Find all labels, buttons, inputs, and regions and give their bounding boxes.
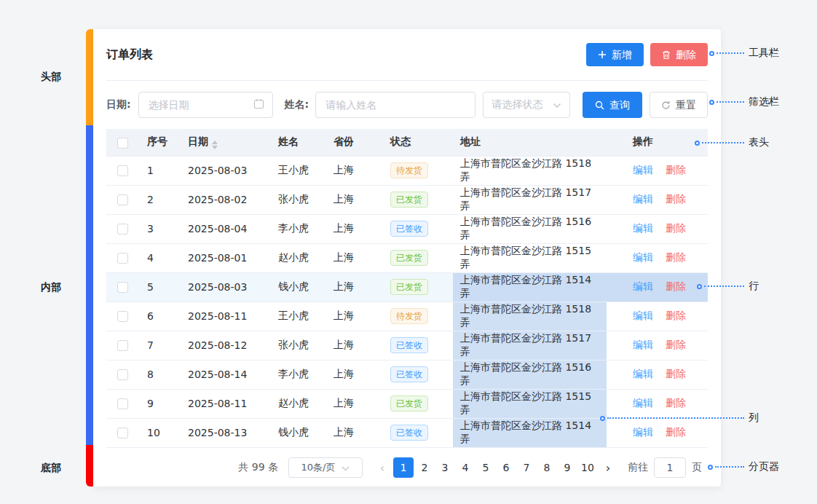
column-header-status: 状态 — [383, 129, 453, 156]
table-row[interactable]: 5 2025-08-03 钱小虎 上海 已发货 上海市普陀区金沙江路 1514 … — [106, 272, 708, 302]
reset-button[interactable]: 重置 — [650, 92, 708, 118]
page-number-button[interactable]: 4 — [456, 457, 475, 478]
cell-index: 2 — [140, 185, 181, 214]
annotation-leader-line — [702, 142, 744, 143]
delete-link[interactable]: 删除 — [666, 310, 686, 321]
delete-link[interactable]: 删除 — [666, 280, 686, 292]
date-picker[interactable] — [138, 92, 273, 118]
cell-index: 10 — [140, 418, 181, 447]
delete-link[interactable]: 删除 — [666, 368, 686, 379]
date-picker-input[interactable] — [147, 98, 249, 111]
row-checkbox[interactable] — [117, 398, 128, 409]
delete-link[interactable]: 删除 — [666, 397, 686, 409]
cell-index: 8 — [140, 360, 181, 389]
next-page-button[interactable]: › — [599, 457, 617, 478]
select-all-checkbox[interactable] — [117, 138, 128, 149]
delete-link[interactable]: 删除 — [666, 251, 686, 263]
row-checkbox[interactable] — [117, 311, 128, 322]
page-number-button[interactable]: 7 — [517, 457, 536, 478]
page-size-select[interactable]: 10条/页 — [288, 457, 363, 478]
table-row[interactable]: 7 2025-08-12 张小虎 上海 已签收 上海市普陀区金沙江路 1517 … — [106, 331, 708, 360]
table-row[interactable]: 8 2025-08-14 李小虎 上海 已签收 上海市普陀区金沙江路 1516 … — [106, 360, 708, 389]
edit-link[interactable]: 编辑 — [633, 397, 653, 409]
row-checkbox[interactable] — [117, 253, 128, 264]
table-row[interactable]: 1 2025-08-03 王小虎 上海 待发货 上海市普陀区金沙江路 1518 … — [106, 156, 708, 185]
annotation-leader-line — [607, 417, 744, 419]
annotation-dot-icon — [695, 141, 700, 146]
column-header-date[interactable]: 日期 — [181, 129, 271, 156]
section-label-body: 内部 — [41, 281, 61, 294]
pagination-goto: 前往 页 — [628, 457, 702, 478]
table-row[interactable]: 3 2025-08-04 李小虎 上海 已签收 上海市普陀区金沙江路 1516 … — [106, 214, 708, 243]
page-number-button[interactable]: 1 — [393, 457, 414, 478]
table-row[interactable]: 2 2025-08-02 张小虎 上海 已发货 上海市普陀区金沙江路 1517 … — [106, 185, 708, 214]
trash-icon — [662, 50, 671, 60]
add-button[interactable]: 新增 — [586, 43, 644, 66]
page-number-button[interactable]: 6 — [497, 457, 516, 478]
page-number-button[interactable]: 5 — [476, 457, 495, 478]
delete-link[interactable]: 删除 — [666, 222, 686, 234]
table-row[interactable]: 4 2025-08-01 赵小虎 上海 已发货 上海市普陀区金沙江路 1515 … — [106, 243, 708, 272]
delete-link[interactable]: 删除 — [666, 193, 686, 205]
page-number-button[interactable]: 8 — [537, 457, 556, 478]
edit-link[interactable]: 编辑 — [633, 222, 653, 234]
column-header-address: 地址 — [453, 129, 607, 156]
pagination-total: 共 99 条 — [238, 461, 278, 474]
edit-link[interactable]: 编辑 — [633, 339, 653, 350]
row-checkbox[interactable] — [117, 428, 128, 438]
add-button-label: 新增 — [612, 50, 632, 60]
annotation-label: 筛选栏 — [749, 95, 779, 109]
edit-link[interactable]: 编辑 — [633, 251, 653, 263]
cell-address: 上海市普陀区金沙江路 1517 弄 — [453, 331, 607, 360]
goto-page-input[interactable] — [654, 457, 686, 478]
cell-date: 2025-08-03 — [181, 272, 271, 302]
cell-ops: 编辑删除 — [607, 214, 708, 243]
edit-link[interactable]: 编辑 — [633, 280, 653, 292]
cell-address: 上海市普陀区金沙江路 1514 弄 — [453, 272, 607, 302]
table-row[interactable]: 6 2025-08-11 王小虎 上海 待发货 上海市普陀区金沙江路 1518 … — [106, 302, 708, 331]
page-number-button[interactable]: 2 — [415, 457, 434, 478]
name-field-input[interactable] — [324, 98, 467, 111]
search-button[interactable]: 查询 — [583, 92, 642, 118]
row-checkbox[interactable] — [117, 340, 128, 351]
sort-caret-icon[interactable] — [212, 141, 218, 149]
name-field[interactable] — [315, 92, 475, 118]
column-header-province: 省份 — [326, 129, 383, 156]
delete-link[interactable]: 删除 — [666, 164, 686, 176]
row-checkbox[interactable] — [117, 224, 128, 235]
edit-link[interactable]: 编辑 — [633, 426, 653, 438]
page-number-button[interactable]: 9 — [558, 457, 577, 478]
row-checkbox[interactable] — [117, 369, 128, 380]
cell-address: 上海市普陀区金沙江路 1514 弄 — [453, 418, 607, 447]
cell-province: 上海 — [326, 360, 383, 389]
calendar-icon — [253, 98, 264, 111]
edit-link[interactable]: 编辑 — [633, 310, 653, 321]
annotation-toolbar: 工具栏 — [709, 46, 779, 60]
status-badge: 待发货 — [390, 308, 428, 324]
cell-index: 9 — [140, 389, 181, 418]
status-badge: 已发货 — [390, 250, 428, 266]
cell-date: 2025-08-11 — [181, 389, 271, 418]
delete-button[interactable]: 删除 — [650, 43, 708, 66]
cell-address: 上海市普陀区金沙江路 1516 弄 — [453, 214, 607, 243]
prev-page-button[interactable]: ‹ — [373, 457, 392, 478]
page-number-button[interactable]: 3 — [435, 457, 454, 478]
delete-link[interactable]: 删除 — [666, 339, 686, 350]
annotation-label: 列 — [749, 412, 759, 425]
cell-index: 4 — [140, 243, 181, 272]
edit-link[interactable]: 编辑 — [633, 368, 653, 379]
row-checkbox[interactable] — [117, 165, 128, 176]
annotation-label: 表头 — [749, 136, 769, 149]
edit-link[interactable]: 编辑 — [633, 164, 653, 176]
column-header-ops: 操作 — [607, 129, 708, 156]
card-header: 订单列表 新增 删除 — [93, 29, 721, 80]
delete-link[interactable]: 删除 — [666, 426, 686, 438]
status-select[interactable]: 请选择状态 — [483, 92, 570, 118]
annotation-leader-line — [715, 466, 744, 468]
row-checkbox[interactable] — [117, 194, 128, 205]
cell-name: 王小虎 — [271, 156, 326, 185]
cell-name: 钱小虎 — [271, 272, 326, 302]
page-number-button[interactable]: 10 — [578, 457, 597, 478]
edit-link[interactable]: 编辑 — [633, 193, 653, 205]
row-checkbox[interactable] — [117, 282, 128, 293]
